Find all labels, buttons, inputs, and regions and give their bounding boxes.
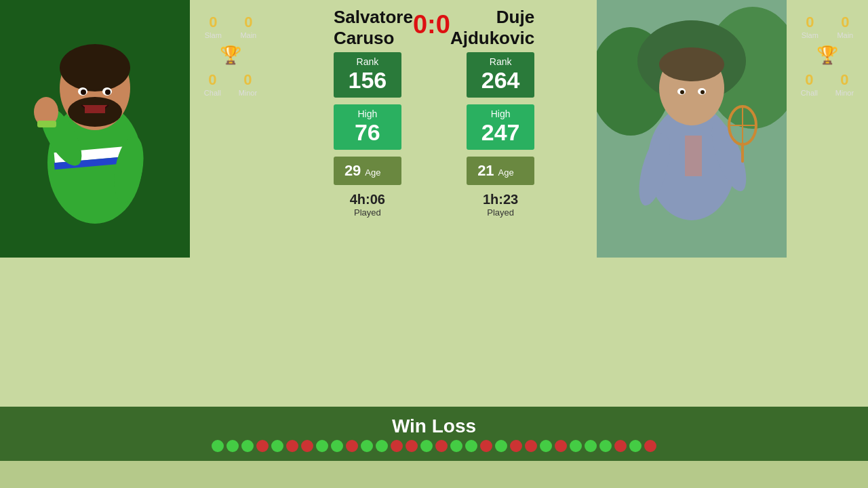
left-slam-main-row: 0 Slam 0 Main: [195, 14, 266, 39]
left-trophy-icon: 🏆: [220, 45, 241, 66]
left-player-card: 0 Slam 0 Main 🏆 0 Chall 0: [0, 0, 320, 407]
result-dot: [555, 440, 567, 452]
result-dot: [286, 440, 298, 452]
right-first-name: Duje: [496, 7, 534, 27]
left-played-time: 4h:06: [350, 192, 385, 207]
result-dot: [406, 440, 418, 452]
left-rank-label: Rank: [346, 56, 389, 67]
left-main-value: 0: [244, 14, 252, 31]
svg-point-26: [701, 90, 705, 94]
right-played-block: 1h:23 Played: [483, 192, 518, 218]
left-player-name: Salvatore Caruso: [334, 7, 413, 49]
content-row: 0 Slam 0 Main 🏆 0 Chall 0: [0, 0, 868, 407]
right-minor-label: Minor: [835, 89, 854, 97]
left-played-label: Played: [350, 207, 385, 218]
win-loss-title: Win Loss: [392, 415, 476, 437]
result-dot: [346, 440, 358, 452]
result-dot: [510, 440, 522, 452]
right-age-label: Age: [498, 167, 514, 178]
result-dot: [585, 440, 597, 452]
left-high-block: High 76: [334, 104, 401, 150]
result-dot: [271, 440, 283, 452]
right-minor-value: 0: [840, 71, 848, 89]
left-slam-value: 0: [209, 14, 217, 31]
right-played-label: Played: [483, 207, 518, 218]
result-dot: [316, 440, 328, 452]
right-last-name: Ajdukovic: [450, 28, 534, 48]
left-first-name: Salvatore: [334, 7, 413, 27]
result-dot: [465, 440, 477, 452]
right-high-block: High 247: [467, 104, 534, 150]
left-slam-label: Slam: [205, 31, 222, 39]
right-player-photo: [597, 0, 787, 258]
right-main-value: 0: [841, 14, 849, 31]
left-chall-stat: 0 Chall: [204, 71, 221, 97]
result-dot: [614, 440, 627, 452]
center-panel: Salvatore Caruso 0:0 Duje Ajdukovic: [320, 0, 548, 407]
left-last-name: Caruso: [334, 28, 395, 48]
left-age-value: 29: [344, 162, 361, 180]
result-dot: [644, 440, 656, 452]
right-center-stats: Rank 264 High 247 21 Age 1h:23 Played: [467, 52, 534, 218]
right-player-card: 0 Slam 0 Main 🏆 0 Chall 0: [548, 0, 868, 407]
result-dot: [256, 440, 269, 452]
right-main-label: Main: [837, 31, 853, 39]
right-slam-value: 0: [806, 14, 814, 31]
left-played-block: 4h:06 Played: [350, 192, 385, 218]
names-row: Salvatore Caruso 0:0 Duje Ajdukovic: [320, 7, 548, 49]
svg-rect-33: [685, 136, 702, 176]
bottom-section: Win Loss: [0, 407, 868, 461]
left-chall-value: 0: [208, 71, 216, 89]
main-container: 0 Slam 0 Main 🏆 0 Chall 0: [0, 0, 868, 488]
right-chall-stat: 0 Chall: [801, 71, 818, 97]
result-dot: [331, 440, 343, 452]
left-main-label: Main: [240, 31, 256, 39]
right-minor-stat: 0 Minor: [835, 71, 854, 97]
left-rank-value: 156: [346, 67, 389, 94]
svg-point-5: [60, 44, 130, 92]
result-dot: [226, 440, 239, 452]
left-center-stats: Rank 156 High 76 29 Age 4h:06 Played: [334, 52, 401, 218]
left-rank-block: Rank 156: [334, 52, 401, 98]
right-high-label: High: [479, 108, 522, 119]
left-chall-minor-row: 0 Chall 0 Minor: [195, 71, 266, 97]
bottom-dots: [198, 440, 670, 452]
right-rank-value: 264: [479, 67, 522, 94]
result-dot: [361, 440, 373, 452]
right-played-time: 1h:23: [483, 192, 518, 207]
right-player-name: Duje Ajdukovic: [450, 7, 534, 49]
right-age-value: 21: [477, 162, 494, 180]
right-main-stat: 0 Main: [837, 14, 853, 39]
score-display: 0:0: [413, 10, 450, 39]
right-slam-main-row: 0 Slam 0 Main: [792, 14, 863, 39]
svg-rect-32: [741, 142, 744, 163]
left-age-block: 29 Age: [334, 157, 401, 185]
right-chall-value: 0: [805, 71, 813, 89]
svg-rect-11: [85, 105, 105, 113]
right-slam-stat: 0 Slam: [802, 14, 818, 39]
left-main-stat: 0 Main: [240, 14, 256, 39]
left-minor-label: Minor: [239, 89, 258, 97]
result-dot: [212, 440, 224, 452]
svg-rect-15: [37, 121, 56, 127]
result-dot: [599, 440, 612, 452]
right-chall-label: Chall: [801, 89, 818, 97]
right-rank-block: Rank 264: [467, 52, 534, 98]
right-player-stats: 0 Slam 0 Main 🏆 0 Chall 0: [787, 0, 868, 407]
svg-point-9: [81, 89, 86, 95]
result-dot: [391, 440, 403, 452]
left-minor-stat: 0 Minor: [239, 71, 258, 97]
result-dot: [629, 440, 642, 452]
result-dot: [241, 440, 254, 452]
result-dot: [540, 440, 552, 452]
result-dot: [495, 440, 507, 452]
svg-point-25: [680, 90, 684, 94]
result-dot: [301, 440, 313, 452]
svg-point-22: [659, 47, 724, 81]
result-dot: [435, 440, 448, 452]
right-trophy-icon: 🏆: [816, 45, 838, 66]
result-dot: [480, 440, 492, 452]
left-player-stats: 0 Slam 0 Main 🏆 0 Chall 0: [190, 0, 271, 407]
result-dot: [450, 440, 462, 452]
left-player-photo: [0, 0, 190, 258]
